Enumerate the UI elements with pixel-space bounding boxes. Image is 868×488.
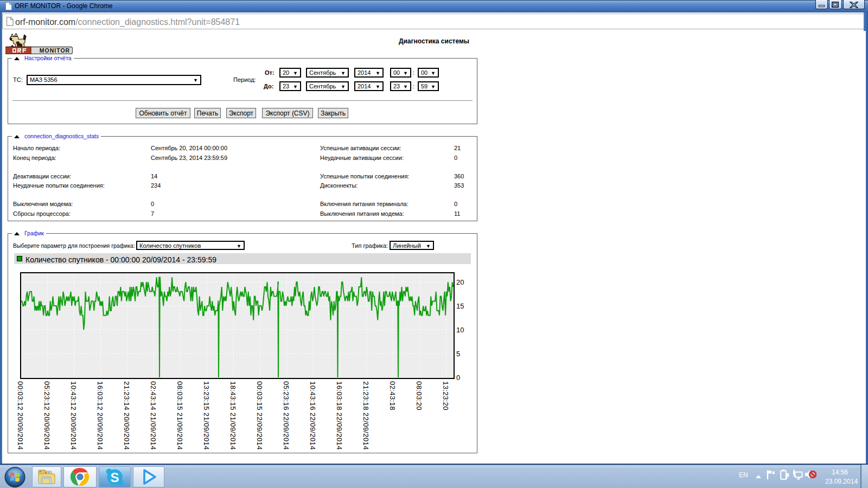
svg-text:S: S: [110, 470, 119, 485]
